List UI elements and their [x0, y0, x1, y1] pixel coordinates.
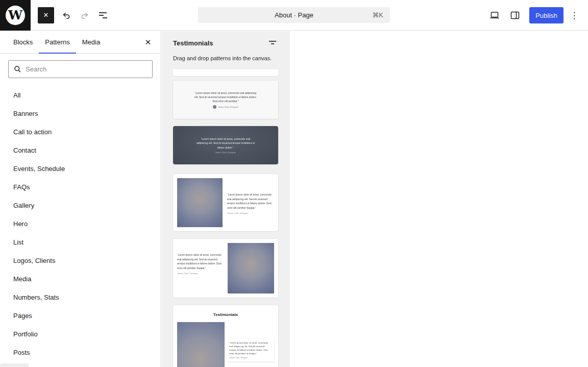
testimonial-photo — [177, 178, 223, 227]
category-all[interactable]: All — [0, 86, 160, 104]
pattern-preview-testimonial-image-right[interactable]: “Lorem ipsum dolor sit amet, commodo era… — [173, 239, 278, 298]
document-title: About · Page — [275, 11, 313, 19]
testimonial-quote: “Lorem ipsum dolor sit amet, commodo era… — [195, 137, 256, 150]
testimonial-byline: James Clark, Designer — [177, 272, 225, 275]
redo-icon — [80, 10, 90, 20]
tab-media[interactable]: Media — [76, 31, 106, 53]
close-panel-button[interactable]: ✕ — [140, 34, 156, 51]
filter-patterns-button[interactable] — [266, 38, 279, 48]
settings-sidebar-toggle[interactable] — [506, 6, 524, 25]
testimonial-quote: “Lorem ipsum dolor sit amet, commodo era… — [227, 192, 275, 210]
laptop-icon — [489, 11, 500, 20]
category-media[interactable]: Media — [0, 270, 160, 288]
patterns-category-title: Testimonials — [173, 39, 213, 47]
kebab-icon: ⋮ — [570, 11, 579, 20]
patterns-hint-text: Drag and drop patterns into the canvas. — [173, 55, 279, 61]
top-bar: W ✕ About · Page ⌘K Publish — [0, 0, 588, 31]
close-icon: ✕ — [43, 11, 49, 19]
inserter-panel: Blocks Patterns Media ✕ All Banners Call… — [0, 31, 161, 367]
category-portfolio[interactable]: Portfolio — [0, 325, 160, 343]
options-menu-button[interactable]: ⋮ — [566, 6, 583, 25]
wordpress-logo-icon: W — [6, 6, 25, 25]
pattern-preview-testimonial-centered[interactable]: “Lorem ipsum dolor sit amet, commodo era… — [173, 81, 278, 119]
redo-button[interactable] — [76, 6, 94, 25]
search-input[interactable] — [26, 65, 147, 73]
pattern-preview-partial[interactable] — [173, 69, 278, 76]
category-numbers-stats[interactable]: Numbers, Stats — [0, 288, 160, 306]
search-box[interactable] — [8, 60, 153, 78]
testimonial-photo — [177, 322, 225, 367]
category-contact[interactable]: Contact — [0, 141, 160, 159]
pattern-preview-testimonial-dark[interactable]: “Lorem ipsum dolor sit amet, commodo era… — [173, 126, 278, 164]
close-icon: ✕ — [145, 38, 152, 46]
category-call-to-action[interactable]: Call to action — [0, 123, 160, 141]
testimonial-photo — [228, 243, 274, 293]
list-view-icon — [99, 12, 108, 19]
search-icon — [14, 65, 21, 73]
publish-button[interactable]: Publish — [529, 7, 564, 23]
command-k-shortcut: ⌘K — [372, 11, 383, 19]
testimonial-byline: James Clark, Designer — [215, 151, 236, 154]
testimonial-byline: James Clark, Designer — [229, 357, 271, 359]
inserter-tabs: Blocks Patterns Media ✕ — [0, 31, 160, 54]
patterns-preview-panel: Testimonials Drag and drop patterns into… — [161, 31, 290, 367]
pattern-preview-testimonials-section[interactable]: Testimonials “Lorem ipsum dolor sit amet… — [173, 305, 278, 367]
pattern-categories: All Banners Call to action Contact Event… — [0, 86, 160, 361]
undo-icon — [61, 10, 71, 20]
category-list[interactable]: List — [0, 233, 160, 251]
pattern-preview-testimonial-image-left[interactable]: “Lorem ipsum dolor sit amet, commodo era… — [173, 174, 278, 231]
view-button[interactable] — [485, 6, 504, 25]
tab-patterns[interactable]: Patterns — [39, 31, 76, 53]
wordpress-logo[interactable]: W — [0, 0, 31, 31]
bottom-corner-chip — [0, 363, 29, 367]
avatar — [213, 105, 216, 109]
editor-canvas[interactable] — [290, 31, 588, 367]
testimonial-byline-row: James Clark, Designer — [213, 105, 238, 109]
testimonial-text-block: “Lorem ipsum dolor sit amet, commodo era… — [227, 192, 275, 214]
category-pages[interactable]: Pages — [0, 306, 160, 325]
tab-blocks[interactable]: Blocks — [7, 31, 39, 53]
testimonial-byline: James Clark, Designer — [227, 212, 275, 214]
testimonial-text-card: “Lorem ipsum dolor sit amet, commodo era… — [226, 338, 274, 361]
category-hero[interactable]: Hero — [0, 214, 160, 233]
category-logos-clients[interactable]: Logos, Clients — [0, 251, 160, 270]
topbar-right-cluster: Publish ⋮ — [485, 0, 583, 31]
document-overview-button[interactable] — [94, 6, 112, 25]
category-faqs[interactable]: FAQs — [0, 178, 160, 196]
testimonial-quote: “Lorem ipsum dolor sit amet, commodo era… — [229, 341, 271, 355]
close-inserter-button[interactable]: ✕ — [38, 7, 54, 23]
undo-button[interactable] — [57, 6, 76, 25]
testimonial-text-block: “Lorem ipsum dolor sit amet, commodo era… — [177, 253, 225, 275]
testimonials-section-title: Testimonials — [173, 312, 278, 317]
category-posts[interactable]: Posts — [0, 343, 160, 361]
category-gallery[interactable]: Gallery — [0, 196, 160, 214]
testimonial-quote: “Lorem ipsum dolor sit amet, commodo era… — [177, 253, 225, 270]
patterns-header: Testimonials — [173, 38, 279, 48]
testimonial-byline: James Clark, Designer — [218, 106, 238, 108]
document-title-bar[interactable]: About · Page ⌘K — [198, 7, 390, 23]
sidebar-panel-icon — [510, 11, 520, 20]
category-banners[interactable]: Banners — [0, 104, 160, 123]
testimonial-quote: “Lorem ipsum dolor sit amet, commodo era… — [194, 91, 258, 104]
category-events-schedule[interactable]: Events, Schedule — [0, 159, 160, 178]
filter-icon — [268, 40, 277, 45]
